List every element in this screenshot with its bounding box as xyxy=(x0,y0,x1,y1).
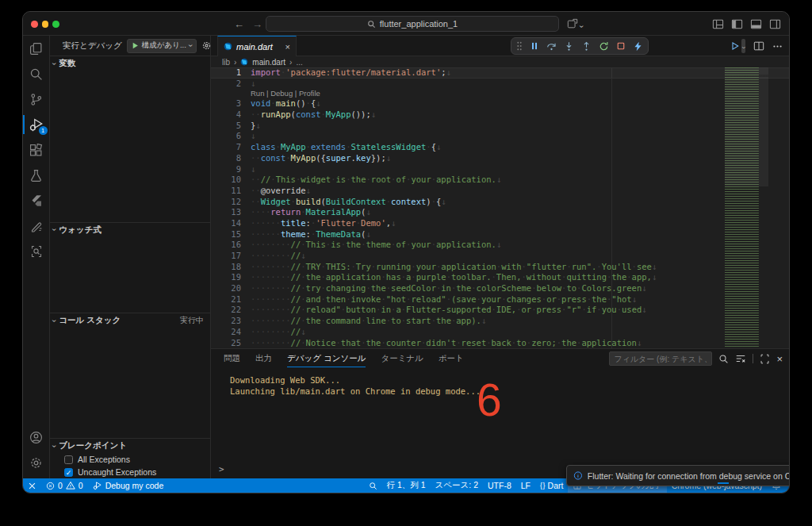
code-line[interactable]: 16········//·This·is·the·theme·of·your·a… xyxy=(211,240,789,251)
editor-more-icon[interactable] xyxy=(772,41,783,52)
code-line[interactable]: 23········//·the·command·line·to·start·t… xyxy=(211,316,789,327)
code-line[interactable]: 9↓ xyxy=(211,164,789,175)
clear-console-icon[interactable] xyxy=(735,353,746,364)
step-over-icon[interactable] xyxy=(546,41,557,52)
code-line[interactable]: 5}↓ xyxy=(211,121,789,132)
code-line[interactable]: 14······title:·'Flutter·Demo',↓ xyxy=(211,218,789,229)
line-number[interactable]: 20 xyxy=(211,283,241,294)
tab-output[interactable]: 出力 xyxy=(255,350,272,367)
property-editor-pen-icon[interactable] xyxy=(23,213,50,239)
line-number[interactable]: 10 xyxy=(211,175,241,186)
code-line[interactable]: 25········//·Notice·that·the·counter·did… xyxy=(211,338,789,349)
debug-status[interactable]: Debug my code xyxy=(88,478,169,493)
code-line[interactable]: 13····return·MaterialApp(↓ xyxy=(211,207,789,218)
code-line[interactable]: 7class·MyApp·extends·StatelessWidget·{↓ xyxy=(211,142,789,153)
close-panel-icon[interactable]: × xyxy=(776,353,783,365)
breadcrumb[interactable]: lib › main.dart › ... xyxy=(211,56,789,67)
line-number[interactable]: 14 xyxy=(211,218,241,229)
breadcrumb-tail[interactable]: ... xyxy=(296,58,302,67)
tab-debug-console[interactable]: デバッグ コンソール xyxy=(287,350,366,367)
remote-indicator[interactable] xyxy=(23,478,41,493)
code-line[interactable]: 4··runApp(const·MyApp());↓ xyxy=(211,109,789,121)
new-window-icon[interactable] xyxy=(567,18,578,29)
watch-section[interactable]: › ウォッチ式 xyxy=(50,222,210,313)
toolbar-grip-icon[interactable] xyxy=(516,41,523,51)
code-line[interactable]: 11··@override↓ xyxy=(211,186,789,197)
code-editor[interactable]: 1import·'package:flutter/material.dart';… xyxy=(211,67,789,348)
line-number[interactable]: 24 xyxy=(211,327,241,338)
restart-icon[interactable] xyxy=(599,41,609,52)
line-number[interactable]: 5 xyxy=(211,121,241,132)
maximize-panel-icon[interactable] xyxy=(760,354,770,364)
line-number[interactable]: 25 xyxy=(211,338,241,349)
eol-sequence[interactable]: LF xyxy=(516,478,535,493)
toggle-sidebar-icon[interactable] xyxy=(731,18,743,30)
language-mode[interactable]: { } Dart xyxy=(535,478,568,493)
line-number[interactable]: 13 xyxy=(211,207,241,218)
tab-terminal[interactable]: ターミナル xyxy=(381,350,423,367)
codelens[interactable]: Run | Debug | Profile xyxy=(211,89,789,98)
line-number[interactable]: 18 xyxy=(211,262,241,273)
search-sidebar-icon[interactable] xyxy=(23,61,50,86)
tab-main-dart[interactable]: main.dart × xyxy=(217,36,297,56)
code-line[interactable]: 24········//↓ xyxy=(211,327,789,338)
problems-status[interactable]: 0 0 xyxy=(41,478,88,493)
debug-config-dropdown[interactable]: 構成があり... › xyxy=(127,39,197,53)
line-number[interactable]: 19 xyxy=(211,272,241,283)
toggle-secondary-sidebar-icon[interactable] xyxy=(769,18,781,30)
source-control-icon[interactable] xyxy=(23,86,50,112)
console-filter-input[interactable] xyxy=(609,351,712,366)
zoom-indicator[interactable] xyxy=(364,478,382,493)
line-number[interactable]: 16 xyxy=(211,240,241,251)
extensions-icon[interactable] xyxy=(23,137,50,163)
command-center[interactable]: flutter_application_1 xyxy=(266,16,559,32)
breadcrumb-dir[interactable]: lib xyxy=(222,58,230,67)
step-into-icon[interactable] xyxy=(564,41,574,52)
new-window-chevron-icon[interactable]: › xyxy=(580,22,583,31)
search-frame-icon[interactable] xyxy=(23,239,50,264)
console-input-prompt[interactable]: > xyxy=(219,464,224,474)
nav-back-icon[interactable]: ← xyxy=(234,18,244,30)
code-line[interactable]: 6↓ xyxy=(211,131,789,142)
cursor-position[interactable]: 行 1、列 1 xyxy=(382,478,431,493)
tab-ports[interactable]: ポート xyxy=(439,350,464,367)
code-line[interactable]: 2↓ xyxy=(211,79,789,90)
code-line[interactable]: 15······theme:·ThemeData(↓ xyxy=(211,229,789,240)
step-out-icon[interactable] xyxy=(581,41,592,52)
breakpoint-row[interactable]: All Exceptions xyxy=(50,453,210,466)
notification-toast[interactable]: Flutter: Waiting for connection from deb… xyxy=(566,465,790,486)
code-line[interactable]: 22········//·reload"·button·in·a·Flutter… xyxy=(211,305,789,316)
code-line[interactable]: 17········//↓ xyxy=(211,251,789,262)
code-line[interactable]: 12··Widget·build(BuildContext·context)·{… xyxy=(211,197,789,208)
line-number[interactable]: 3 xyxy=(211,98,241,109)
code-line[interactable]: 1import·'package:flutter/material.dart';… xyxy=(211,67,789,79)
minimize-window-button[interactable] xyxy=(42,21,49,28)
code-line[interactable]: 10··//·This·widget·is·the·root·of·your·a… xyxy=(211,175,789,186)
code-line[interactable]: 19········//·the·application·has·a·purpl… xyxy=(211,272,789,283)
line-number[interactable]: 2 xyxy=(211,79,241,90)
line-number[interactable]: 23 xyxy=(211,316,241,327)
encoding[interactable]: UTF-8 xyxy=(483,478,516,493)
line-number[interactable]: 1 xyxy=(211,67,241,79)
run-and-debug-icon[interactable]: 1 xyxy=(23,112,50,137)
hot-reload-icon[interactable] xyxy=(633,41,643,52)
breakpoints-section[interactable]: › ブレークポイント All Exceptions ✓ Uncaught Exc… xyxy=(50,438,210,478)
callstack-section[interactable]: › コール スタック 実行中 xyxy=(50,313,210,438)
filter-search-icon[interactable] xyxy=(718,354,729,364)
checkbox-unchecked[interactable] xyxy=(64,455,73,464)
flutter-icon[interactable] xyxy=(23,188,50,213)
close-window-button[interactable] xyxy=(31,21,38,28)
line-number[interactable]: 15 xyxy=(211,229,241,240)
code-line[interactable]: 20········//·try·changing·the·seedColor·… xyxy=(211,283,789,294)
code-line[interactable]: 8··const·MyApp({super.key});↓ xyxy=(211,153,789,164)
line-number[interactable]: 17 xyxy=(211,251,241,262)
breadcrumb-file[interactable]: main.dart xyxy=(252,58,285,67)
split-editor-icon[interactable] xyxy=(753,40,764,52)
nav-forward-icon[interactable]: → xyxy=(252,18,262,30)
customize-layout-icon[interactable] xyxy=(712,18,724,30)
variables-section[interactable]: › 変数 xyxy=(50,56,210,222)
code-line[interactable]: 18········//·TRY·THIS:·Try·running·your·… xyxy=(211,262,789,273)
pause-icon[interactable] xyxy=(530,41,539,51)
toggle-panel-icon[interactable] xyxy=(750,18,762,30)
line-number[interactable]: 11 xyxy=(211,186,241,197)
